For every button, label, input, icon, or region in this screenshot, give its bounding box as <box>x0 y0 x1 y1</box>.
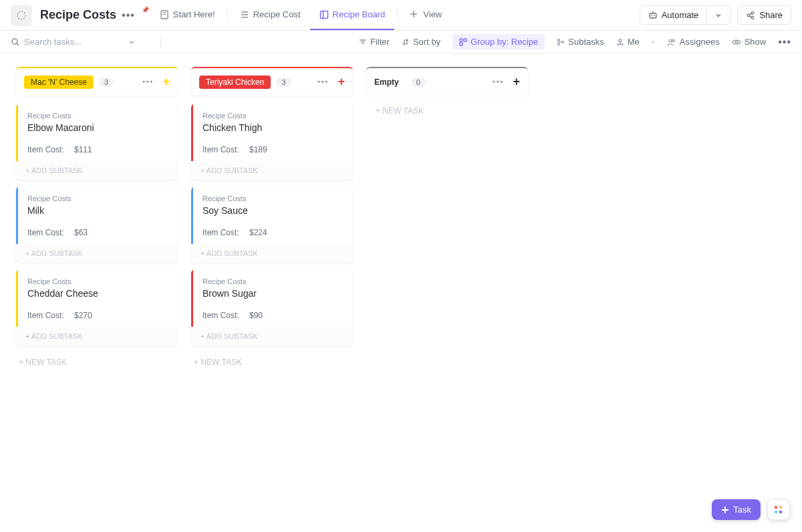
tab-label: View <box>423 9 442 19</box>
add-subtask-button[interactable]: + ADD SUBTASK <box>16 244 178 263</box>
sort-button[interactable]: Sort by <box>402 37 440 47</box>
add-view-button[interactable]: View <box>400 0 451 30</box>
task-card[interactable]: Recipe CostsCheddar CheeseItem Cost:$270… <box>16 269 178 346</box>
card-title: Chicken Thigh <box>203 122 344 133</box>
svg-point-34 <box>735 41 738 43</box>
search-wrap <box>11 37 151 47</box>
page-title-more[interactable]: ••• <box>122 9 135 21</box>
task-card[interactable]: Recipe CostsBrown SugarItem Cost:$90+ AD… <box>191 269 353 346</box>
card-field: Item Cost:$189 <box>203 145 344 154</box>
list-icon[interactable] <box>11 5 32 26</box>
subtasks-label: Subtasks <box>568 37 604 47</box>
card-list-name: Recipe Costs <box>203 277 344 285</box>
svg-line-18 <box>750 13 752 15</box>
share-icon <box>746 11 755 20</box>
tab-label: Start Here! <box>173 9 215 19</box>
svg-point-0 <box>17 11 25 19</box>
separator <box>397 9 398 22</box>
new-task-button[interactable]: + NEW TASK <box>366 104 528 118</box>
task-card[interactable]: Recipe CostsChicken ThighItem Cost:$189+… <box>191 104 353 180</box>
card-field: Item Cost:$224 <box>203 228 344 237</box>
tab-label: Recipe Board <box>333 9 386 19</box>
card-field: Item Cost:$111 <box>27 145 168 154</box>
column-more[interactable]: ••• <box>493 77 504 87</box>
svg-rect-11 <box>650 13 656 18</box>
card-field: Item Cost:$270 <box>27 311 168 320</box>
pin-icon: 📌 <box>142 7 149 13</box>
svg-rect-7 <box>320 11 327 18</box>
plus-icon <box>410 10 419 19</box>
new-task-button[interactable]: + NEW TASK <box>16 352 178 372</box>
add-subtask-button[interactable]: + ADD SUBTASK <box>191 327 353 346</box>
group-label: Group by: Recipe <box>471 37 538 47</box>
column-add[interactable]: + <box>338 75 345 89</box>
svg-line-21 <box>17 43 19 45</box>
svg-point-30 <box>558 43 560 45</box>
sort-icon <box>402 38 410 46</box>
add-subtask-button[interactable]: + ADD SUBTASK <box>16 161 178 180</box>
subtasks-button[interactable]: Subtasks <box>557 37 604 47</box>
filter-button[interactable]: Filter <box>359 37 390 47</box>
tab-start-here[interactable]: Start Here! <box>150 0 225 30</box>
task-card[interactable]: Recipe CostsMilkItem Cost:$63+ ADD SUBTA… <box>16 186 178 263</box>
svg-rect-25 <box>460 39 462 41</box>
svg-point-20 <box>12 39 17 44</box>
column-header: Mac 'N' Cheese3•••+ <box>16 67 178 96</box>
list-icon <box>240 10 249 19</box>
column-pill[interactable]: Teriyaki Chicken <box>199 76 271 89</box>
card-title: Brown Sugar <box>203 288 344 299</box>
column-header: Teriyaki Chicken3•••+ <box>191 67 353 96</box>
svg-rect-26 <box>464 39 466 41</box>
tab-recipe-board[interactable]: Recipe Board <box>310 0 395 30</box>
automate-dropdown[interactable] <box>707 5 730 25</box>
card-list-name: Recipe Costs <box>27 277 168 285</box>
users-icon <box>667 38 676 46</box>
column-pill[interactable]: Empty <box>374 76 406 89</box>
search-input[interactable] <box>24 37 124 47</box>
automate-group: Automate <box>640 5 731 25</box>
column-count: 3 <box>99 78 114 87</box>
new-task-button[interactable]: + NEW TASK <box>191 352 353 372</box>
search-icon <box>11 37 20 47</box>
board-column: Teriyaki Chicken3•••+Recipe CostsChicken… <box>191 67 353 372</box>
add-subtask-button[interactable]: + ADD SUBTASK <box>16 327 178 346</box>
toolbar-right: Filter Sort by Group by: Recipe Subtasks… <box>359 34 791 49</box>
automate-label: Automate <box>662 10 699 20</box>
doc-icon <box>160 10 169 19</box>
svg-line-19 <box>750 16 752 17</box>
toolbar-more[interactable]: ••• <box>778 36 791 48</box>
tab-recipe-cost[interactable]: Recipe Cost <box>231 0 310 30</box>
add-subtask-button[interactable]: + ADD SUBTASK <box>191 161 353 180</box>
svg-point-32 <box>669 39 672 42</box>
assignees-button[interactable]: Assignees <box>667 37 720 47</box>
column-more[interactable]: ••• <box>317 77 329 87</box>
task-card[interactable]: Recipe CostsElbow MacaroniItem Cost:$111… <box>16 104 178 180</box>
add-subtask-button[interactable]: + ADD SUBTASK <box>191 244 353 263</box>
column-more[interactable]: ••• <box>142 77 154 87</box>
card-field: Item Cost:$90 <box>203 311 344 320</box>
me-button[interactable]: Me <box>616 37 640 47</box>
tab-label: Recipe Cost <box>253 9 301 19</box>
sort-label: Sort by <box>413 37 440 47</box>
column-add[interactable]: + <box>162 75 170 89</box>
chevron-down-icon[interactable] <box>128 39 135 45</box>
automate-button[interactable]: Automate <box>640 5 708 25</box>
column-pill[interactable]: Mac 'N' Cheese <box>24 76 94 89</box>
share-button[interactable]: Share <box>737 5 791 25</box>
board: Mac 'N' Cheese3•••+Recipe CostsElbow Mac… <box>0 53 802 386</box>
eye-icon <box>732 38 741 46</box>
task-card[interactable]: Recipe CostsSoy SauceItem Cost:$224+ ADD… <box>191 186 353 263</box>
topbar: Recipe Costs ••• 📌 Start Here! Recipe Co… <box>0 0 802 31</box>
column-add[interactable]: + <box>513 75 520 89</box>
svg-point-31 <box>619 39 622 42</box>
card-title: Cheddar Cheese <box>27 288 168 299</box>
filter-label: Filter <box>370 37 390 47</box>
svg-point-13 <box>654 15 655 16</box>
toolbar: Filter Sort by Group by: Recipe Subtasks… <box>0 31 802 53</box>
card-list-name: Recipe Costs <box>203 194 344 203</box>
separator-dot: ● <box>652 39 655 45</box>
group-button[interactable]: Group by: Recipe <box>452 34 545 49</box>
svg-point-33 <box>672 39 674 41</box>
robot-icon <box>648 11 658 20</box>
show-button[interactable]: Show <box>732 37 767 47</box>
